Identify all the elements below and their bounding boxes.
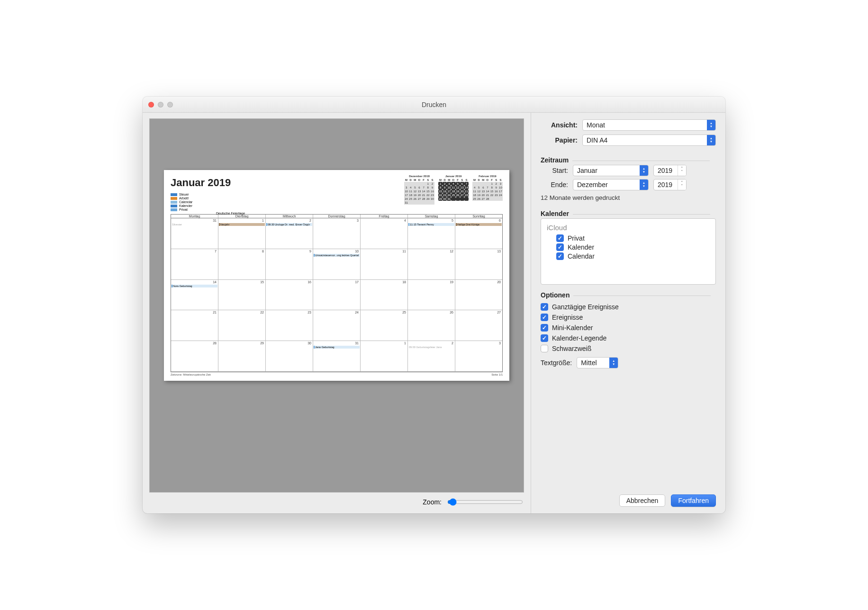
calendar-cell: 1Neujahr: [218, 218, 266, 249]
option-label: Ganztägige Ereignisse: [552, 303, 619, 311]
calendar-checkbox-row[interactable]: Calendar: [556, 252, 710, 260]
calendar-cell: 16: [266, 280, 313, 311]
option-checkbox-row[interactable]: Schwarzweiß: [541, 345, 716, 352]
end-year-stepper[interactable]: 2019: [653, 179, 687, 190]
calendar-cell: 511:15 Tierarzt Penny: [408, 218, 455, 249]
month-title: Januar 2019: [171, 177, 231, 189]
calendar-cell: 12: [408, 249, 455, 280]
view-select[interactable]: Monat: [582, 119, 716, 131]
calendar-cell: 31Jana Geburtstag: [313, 341, 361, 372]
calendar-cell: 14Nora Geburtstag: [171, 280, 218, 311]
calendar-cell: 7: [171, 249, 218, 280]
calendar-cell: 11: [361, 249, 408, 280]
calendar-event: 09:00 Geburtstagsfeier Jana: [408, 346, 454, 349]
calendar-cell: 23: [266, 310, 313, 341]
weekday-header: Freitag: [361, 215, 408, 218]
calendar-cell: 27: [455, 310, 502, 341]
end-year-value: 2019: [658, 181, 672, 188]
weekday-header: Mittwoch: [266, 215, 313, 218]
start-year-value: 2019: [658, 167, 672, 174]
calendar-cell: 6Heilige Drei Könige: [455, 218, 502, 249]
print-dialog-window: Drucken Januar 2019 SteuerArbeit!Calenda…: [143, 97, 725, 513]
calendar-cell: 17: [313, 280, 361, 311]
calendar-group-label: iCloud: [547, 224, 710, 232]
calendar-cell: 31Silvester: [171, 218, 218, 249]
zoom-slider[interactable]: [447, 498, 523, 506]
option-label: Schwarzweiß: [552, 345, 591, 352]
calendar-cell: 20: [455, 280, 502, 311]
calendar-cell: 28: [171, 341, 218, 372]
calendar-item-label: Privat: [568, 234, 585, 242]
footer-page: Seite 1/1: [491, 373, 503, 376]
calendar-cell: 15: [218, 280, 266, 311]
end-label: Ende:: [541, 181, 568, 188]
legend-item: Arbeit!: [171, 197, 231, 200]
calendar-cell: 29: [218, 341, 266, 372]
option-checkbox-row[interactable]: Mini-Kalender: [541, 324, 716, 332]
option-label: Kalender-Legende: [552, 334, 606, 342]
textsize-select[interactable]: Mittel: [577, 357, 618, 368]
calendar-row: 14Nora Geburtstag151617181920: [171, 280, 502, 311]
start-month-value: Januar: [577, 167, 597, 174]
calendar-checkbox-row[interactable]: Privat: [556, 234, 710, 242]
calendar-cell: 9: [266, 249, 313, 280]
end-month-value: Dezember: [577, 181, 608, 188]
end-month-select[interactable]: Dezember: [573, 179, 649, 190]
calendar-event: 08:30 Urologe Dr. med. Enver Özgür: [266, 223, 312, 226]
calendar-cell: 3: [313, 218, 361, 249]
settings-pane: Ansicht: Monat Papier: DIN A4 Zeitraum S…: [531, 113, 725, 513]
calendar-event: Umsatzsteuervor...ung letztes Quartal: [314, 254, 360, 257]
option-label: Mini-Kalender: [552, 324, 593, 332]
view-value: Monat: [587, 121, 605, 129]
paper-select[interactable]: DIN A4: [582, 135, 716, 146]
calendar-event: Neujahr: [219, 223, 265, 226]
chevron-updown-icon: [640, 165, 648, 176]
weekday-header: Donnerstag: [313, 215, 361, 218]
start-year-stepper[interactable]: 2019: [653, 165, 687, 176]
calendar-cell: 4: [361, 218, 408, 249]
checkbox-icon: [541, 345, 548, 352]
chevron-updown-icon: [707, 135, 715, 145]
calendar-cell: 209:00 Geburtstagsfeier Jana: [408, 341, 455, 372]
checkbox-icon: [541, 334, 548, 342]
chevron-updown-icon: [707, 120, 715, 130]
calendar-event: Silvester: [172, 223, 217, 226]
preview-area: Januar 2019 SteuerArbeit!CalendarKalende…: [149, 118, 524, 493]
calendar-cell: 25: [361, 310, 408, 341]
legend-item: Steuer: [171, 193, 231, 196]
preview-page: Januar 2019 SteuerArbeit!CalendarKalende…: [164, 170, 509, 381]
mini-calendar: Februar 2019MDMDFSS123456789101112131415…: [472, 175, 503, 211]
calendar-list[interactable]: iCloud PrivatKalenderCalendar: [541, 218, 716, 285]
calendar-checkbox-row[interactable]: Kalender: [556, 243, 710, 251]
checkbox-icon: [541, 324, 548, 332]
kalender-title: Kalender: [541, 210, 716, 217]
continue-button[interactable]: Fortfahren: [671, 494, 716, 507]
calendar-cell: 13: [455, 249, 502, 280]
paper-value: DIN A4: [587, 136, 607, 144]
start-month-select[interactable]: Januar: [573, 165, 649, 176]
calendar-cell: 3: [455, 341, 502, 372]
option-label: Ereignisse: [552, 314, 583, 321]
window-title: Drucken: [143, 101, 725, 108]
option-checkbox-row[interactable]: Ereignisse: [541, 314, 716, 321]
calendar-cell: 10Umsatzsteuervor...ung letztes Quartal: [313, 249, 361, 280]
titlebar: Drucken: [143, 97, 725, 113]
checkbox-icon: [556, 252, 564, 260]
zoom-label: Zoom:: [423, 498, 442, 506]
legend-item: Deutsche Feiertage: [216, 208, 245, 216]
calendar-cell: 30: [266, 341, 313, 372]
weekday-header: Montag: [171, 215, 218, 218]
chevron-updown-icon: [609, 358, 618, 368]
checkbox-icon: [556, 234, 564, 242]
calendar-cell: 19: [408, 280, 455, 311]
option-checkbox-row[interactable]: Kalender-Legende: [541, 334, 716, 342]
checkbox-icon: [541, 314, 548, 321]
calendar-item-label: Calendar: [568, 252, 595, 260]
calendar-item-label: Kalender: [568, 243, 594, 251]
mini-calendar: Dezember 2018MDMDFSS12345678910111213141…: [404, 175, 434, 211]
calendar-grid: MontagDienstagMittwochDonnerstagFreitagS…: [171, 214, 503, 372]
calendar-row: 28293031Jana Geburtstag1209:00 Geburtsta…: [171, 341, 502, 372]
cancel-button[interactable]: Abbrechen: [619, 494, 666, 507]
option-checkbox-row[interactable]: Ganztägige Ereignisse: [541, 303, 716, 311]
textsize-label: Textgröße:: [541, 359, 572, 367]
